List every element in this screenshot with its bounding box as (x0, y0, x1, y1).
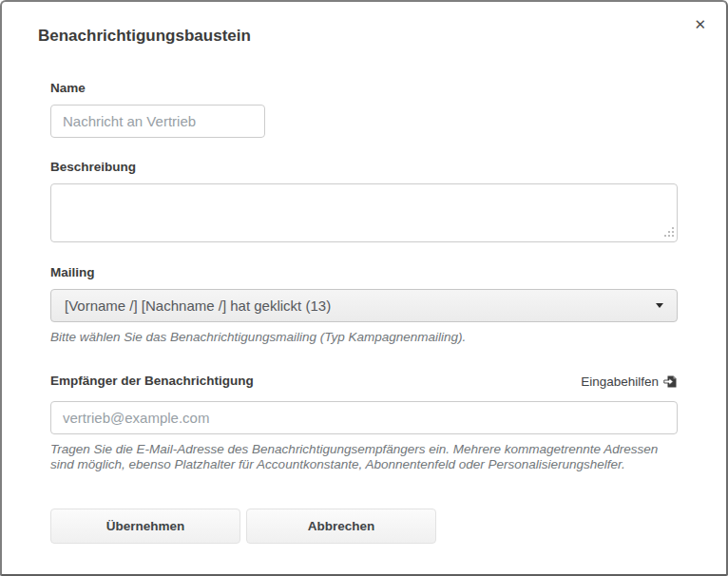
dialog-title: Benachrichtigungsbaustein (38, 27, 726, 46)
dialog-content: Name Beschreibung Mailing [Vorname /] [N… (50, 82, 678, 544)
mailing-label: Mailing (50, 266, 678, 279)
mailing-help-text: Bitte wählen Sie das Benachrichtigungsma… (50, 330, 678, 345)
cancel-button[interactable]: Abbrechen (246, 509, 436, 544)
mailing-selected-option: [Vorname /] [Nachname /] hat geklickt (1… (65, 298, 331, 314)
description-label: Beschreibung (50, 161, 678, 174)
notification-module-dialog: Benachrichtigungsbaustein ✕ Name Beschre… (0, 0, 728, 576)
close-icon[interactable]: ✕ (694, 17, 706, 31)
description-textarea[interactable] (50, 183, 678, 242)
input-helpers-link[interactable]: Eingabehilfen (581, 374, 678, 389)
mailing-select[interactable]: [Vorname /] [Nachname /] hat geklickt (1… (50, 289, 678, 322)
mailing-field-group: Mailing [Vorname /] [Nachname /] hat gek… (50, 266, 678, 345)
recipient-label-row: Empfänger der Benachrichtigung Eingabehi… (50, 374, 678, 389)
insert-helper-icon (663, 374, 678, 389)
description-field-group: Beschreibung (50, 161, 678, 242)
chevron-down-icon (656, 303, 663, 308)
description-textarea-wrap (50, 183, 678, 242)
name-input[interactable] (50, 105, 265, 138)
name-label: Name (50, 82, 678, 95)
name-field-group: Name (50, 82, 678, 138)
dialog-button-row: Übernehmen Abbrechen (50, 509, 678, 544)
recipient-help-text: Tragen Sie die E-Mail-Adresse des Benach… (50, 442, 678, 472)
recipient-input[interactable] (50, 401, 678, 434)
recipient-label: Empfänger der Benachrichtigung (50, 374, 254, 388)
input-helpers-label: Eingabehilfen (581, 374, 659, 389)
recipient-field-group: Empfänger der Benachrichtigung Eingabehi… (50, 374, 678, 472)
resize-grip-icon[interactable] (672, 235, 674, 237)
apply-button[interactable]: Übernehmen (50, 509, 240, 544)
